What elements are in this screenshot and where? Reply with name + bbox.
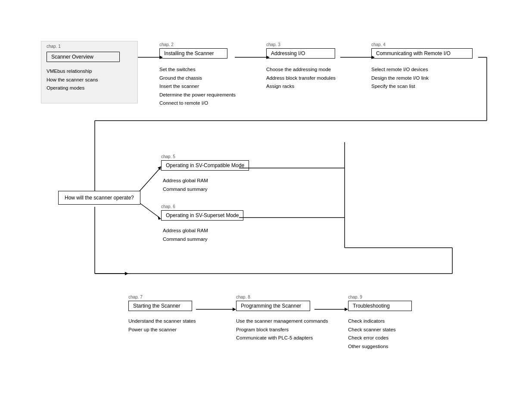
chap5-region: chap. 5 Operating in SV-Compatible Mode … (161, 160, 249, 193)
chap7-bullet-1: Understand the scanner states (128, 317, 196, 326)
chap6-bullet-2: Command summary (163, 235, 243, 244)
chap3-bullets: Choose the addressing mode Address block… (266, 65, 336, 91)
chap4-title: Communicating with Remote I/O (376, 50, 451, 56)
chap1-label: chap. 1 (47, 44, 61, 49)
chap1-bullet-3: Operating modes (47, 84, 132, 93)
chap7-bullets: Understand the scanner states Power up t… (128, 317, 196, 334)
chap9-label: chap. 9 (348, 295, 362, 299)
chap4-box: Communicating with Remote I/O (371, 48, 473, 59)
chap8-bullets: Use the scanner management commands Prog… (236, 317, 328, 342)
chap2-region: chap. 2 Installing the Scanner Set the s… (159, 48, 236, 108)
chap3-region: chap. 3 Addressing I/O Choose the addres… (266, 48, 336, 91)
chap2-title: Installing the Scanner (164, 50, 214, 56)
chap4-region: chap. 4 Communicating with Remote I/O Se… (371, 48, 473, 91)
chap5-bullet-1: Address global RAM (163, 177, 249, 185)
chap1-bullet-2: How the scanner scans (47, 76, 132, 84)
chap1-box: Scanner Overview (47, 52, 120, 62)
chap2-bullet-1: Set the switches (159, 65, 236, 74)
chap7-box: Starting the Scanner (128, 301, 192, 311)
chap6-title: Operating in SV-Superset Mode (166, 212, 239, 218)
chap9-region: chap. 9 Troubleshooting Check indicators… (348, 301, 412, 351)
chap2-box: Installing the Scanner (159, 48, 227, 59)
chap9-bullet-2: Check scanner states (348, 326, 412, 334)
chap5-box: Operating in SV-Compatible Mode (161, 160, 249, 171)
svg-marker-25 (233, 308, 236, 311)
chap8-region: chap. 8 Programming the Scanner Use the … (236, 301, 328, 342)
chap8-title: Programming the Scanner (241, 303, 301, 309)
chap4-bullet-3: Specify the scan list (371, 82, 473, 91)
decision-label: How will the scanner operate? (65, 195, 134, 201)
chap8-box: Programming the Scanner (236, 301, 310, 311)
chap8-bullet-3: Communicate with PLC-5 adapters (236, 334, 328, 342)
chap6-region: chap. 6 Operating in SV-Superset Mode Ad… (161, 210, 243, 243)
chap2-label: chap. 2 (159, 42, 174, 47)
chap7-title: Starting the Scanner (133, 303, 180, 309)
svg-marker-12 (158, 166, 161, 170)
svg-line-13 (138, 202, 159, 218)
svg-line-11 (138, 169, 159, 193)
chap3-bullet-2: Address block transfer modules (266, 74, 336, 83)
chap4-label: chap. 4 (371, 42, 386, 47)
chap1-bullet-1: VMEbus relationship (47, 67, 132, 76)
chap6-label: chap. 6 (161, 204, 175, 209)
chap5-title: Operating in SV-Compatible Mode (166, 162, 244, 168)
chap8-label: chap. 8 (236, 295, 250, 299)
chap1-bullets: VMEbus relationship How the scanner scan… (47, 67, 132, 93)
chap3-bullet-1: Choose the addressing mode (266, 65, 336, 74)
chap9-title: Troubleshooting (353, 303, 390, 309)
chap9-bullet-3: Check error codes (348, 334, 412, 342)
chap7-region: chap. 7 Starting the Scanner Understand … (128, 301, 196, 334)
chap6-box: Operating in SV-Superset Mode (161, 210, 243, 221)
chap1-region: chap. 1 Scanner Overview VMEbus relation… (41, 41, 138, 103)
chap4-bullet-1: Select remote I/O devices (371, 65, 473, 74)
chap4-bullets: Select remote I/O devices Design the rem… (371, 65, 473, 91)
chap9-bullets: Check indicators Check scanner states Ch… (348, 317, 412, 351)
chap9-bullet-1: Check indicators (348, 317, 412, 326)
chap4-bullet-2: Design the remote I/O link (371, 74, 473, 83)
chap2-bullet-4: Determine the power requirements (159, 91, 236, 100)
svg-marker-27 (345, 308, 348, 311)
svg-marker-14 (158, 216, 161, 220)
chap3-box: Addressing I/O (266, 48, 335, 59)
chap5-label: chap. 5 (161, 154, 175, 159)
chap8-bullet-1: Use the scanner management commands (236, 317, 328, 326)
chap3-label: chap. 3 (266, 42, 280, 47)
chap8-bullet-2: Program block transfers (236, 326, 328, 334)
chap7-label: chap. 7 (128, 295, 143, 299)
chap3-title: Addressing I/O (271, 50, 305, 56)
chap6-bullets: Address global RAM Command summary (163, 227, 243, 243)
chap6-bullet-1: Address global RAM (163, 227, 243, 235)
svg-marker-21 (125, 272, 128, 275)
chap2-bullet-5: Connect to remote I/O (159, 99, 236, 108)
chap3-bullet-3: Assign racks (266, 82, 336, 91)
decision-box: How will the scanner operate? (58, 191, 140, 205)
chap9-box: Troubleshooting (348, 301, 412, 311)
chap7-bullet-2: Power up the scanner (128, 326, 196, 334)
chap2-bullet-3: Insert the scanner (159, 82, 236, 91)
chap2-bullets: Set the switches Ground the chassis Inse… (159, 65, 236, 108)
chap9-bullet-4: Other suggestions (348, 342, 412, 351)
chap5-bullet-2: Command summary (163, 185, 249, 194)
chap2-bullet-2: Ground the chassis (159, 74, 236, 83)
chap5-bullets: Address global RAM Command summary (163, 177, 249, 193)
chap1-title: Scanner Overview (51, 54, 93, 60)
